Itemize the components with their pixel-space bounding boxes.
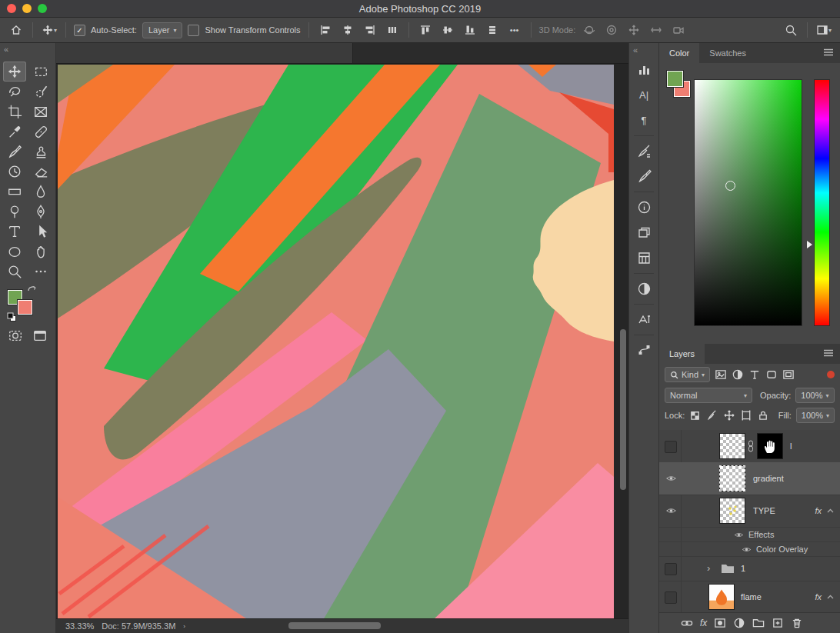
character-panel-icon[interactable]: A| [633,85,655,105]
home-icon[interactable] [8,22,25,38]
filter-kind-dropdown[interactable]: Kind ▾ [665,367,710,382]
tool-clone-stamp[interactable] [29,142,52,162]
new-adjustment-layer-icon[interactable] [733,617,745,629]
vertical-scrollbar[interactable] [618,65,628,619]
align-bottom-icon[interactable] [462,22,478,38]
collapse-effects-icon[interactable] [827,595,834,599]
screen-mode-icon[interactable] [32,328,48,343]
visibility-toggle[interactable] [665,563,677,575]
status-chevron-icon[interactable]: › [183,623,185,630]
link-layers-icon[interactable] [681,617,693,629]
collapse-effects-icon[interactable] [827,508,834,513]
tool-crop[interactable] [3,102,26,122]
minimize-window-button[interactable] [22,4,32,13]
hue-ramp[interactable] [814,79,830,326]
layer-comps-panel-icon[interactable] [633,222,655,243]
histogram-panel-icon[interactable] [633,59,655,80]
filter-smart-objects-icon[interactable] [782,368,795,381]
align-middle-vertical-icon[interactable] [439,22,456,38]
new-group-icon[interactable] [752,617,765,629]
auto-select-target-dropdown[interactable]: Layer ▾ [142,22,183,38]
layer-style-fx-icon[interactable]: fx [700,618,707,628]
3d-slide-icon[interactable] [648,22,665,38]
tool-lasso[interactable] [3,82,26,102]
visibility-toggle[interactable] [665,441,677,453]
layer-thumbnail[interactable] [719,433,745,459]
paths-panel-icon[interactable] [633,340,655,361]
fx-badge[interactable]: fx [815,592,822,601]
tool-dodge[interactable] [3,202,26,222]
move-tool-preset-icon[interactable]: ▾ [41,22,58,38]
tool-ellipse[interactable] [3,242,26,262]
layer-effects-row[interactable]: Effects [659,527,840,542]
paragraph-panel-icon[interactable]: ¶ [633,110,655,131]
canvas[interactable] [58,65,614,620]
new-layer-icon[interactable] [772,617,784,629]
hue-slider-arrow[interactable] [807,241,812,248]
layer-name[interactable]: TYPE [753,506,775,515]
filter-adjustment-layers-icon[interactable] [732,368,744,381]
filter-pixel-layers-icon[interactable] [715,368,727,381]
zoom-level[interactable]: 33.33% [65,621,94,631]
tool-rectangular-marquee[interactable] [29,62,52,82]
layer-row-selected[interactable]: gradient [659,462,840,495]
expand-panels-icon[interactable]: « [633,45,638,55]
panel-menu-icon[interactable] [823,48,834,58]
delete-layer-icon[interactable] [791,617,803,629]
tool-spot-healing-brush[interactable] [29,122,52,142]
align-left-icon[interactable] [317,22,334,38]
horizontal-scrollbar-thumb[interactable] [288,622,381,629]
layer-thumbnail[interactable] [719,465,745,491]
fill-dropdown[interactable]: 100% ▾ [796,408,835,423]
fx-badge[interactable]: fx [815,506,822,515]
swap-colors-icon[interactable] [27,285,38,295]
layer-thumbnail[interactable] [719,498,745,524]
document-tab[interactable] [56,43,353,63]
tool-path-selection[interactable] [29,222,52,242]
glyphs-panel-icon[interactable] [633,309,655,330]
info-panel-icon[interactable] [633,197,655,218]
layer-name[interactable]: l [790,441,792,451]
visibility-toggle[interactable] [665,591,677,604]
3d-camera-icon[interactable] [670,22,687,38]
tool-type[interactable] [3,222,26,242]
filter-shape-layers-icon[interactable] [765,368,778,381]
libraries-panel-icon[interactable] [633,248,655,268]
align-top-icon[interactable] [417,22,434,38]
auto-select-checkbox[interactable]: ✓ [74,25,85,36]
zoom-window-button[interactable] [38,4,47,13]
brushes-panel-icon[interactable] [633,166,655,187]
layer-row[interactable]: TYPE fx [659,495,840,528]
tab-layers[interactable]: Layers [659,344,705,364]
tool-eraser[interactable] [29,162,52,182]
panel-menu-icon[interactable] [823,349,834,358]
quick-mask-icon[interactable] [8,328,23,343]
tool-quick-selection[interactable] [29,82,52,102]
layer-row[interactable]: l [659,430,840,463]
tool-frame[interactable] [29,102,52,122]
tool-pen[interactable] [29,202,52,222]
layer-name[interactable]: flame [741,592,762,601]
3d-pan-icon[interactable] [625,22,642,38]
horizontal-scrollbar[interactable] [216,622,620,630]
distribute-vertical-icon[interactable] [484,22,501,38]
vertical-scrollbar-thumb[interactable] [620,329,626,490]
adjustments-panel-icon[interactable] [633,278,655,299]
align-center-horizontal-icon[interactable] [339,22,356,38]
add-layer-mask-icon[interactable] [714,617,726,629]
filter-type-layers-icon[interactable] [748,368,761,381]
distribute-horizontal-icon[interactable] [384,22,401,38]
tool-move[interactable] [3,62,26,82]
layer-row[interactable]: flame fx [659,581,840,613]
align-right-icon[interactable] [362,22,378,38]
visibility-toggle[interactable] [740,544,752,555]
3d-roll-icon[interactable] [603,22,620,38]
background-color-swatch[interactable] [18,300,32,315]
foreground-color-swatch[interactable] [667,71,683,87]
lock-pixels-icon[interactable] [706,409,718,421]
more-options-icon[interactable]: ••• [506,22,523,38]
lock-artboard-icon[interactable] [740,409,752,421]
3d-orbit-icon[interactable] [581,22,598,38]
workspace-switcher-icon[interactable]: ▾ [815,22,832,38]
color-field-cursor[interactable] [725,181,735,191]
